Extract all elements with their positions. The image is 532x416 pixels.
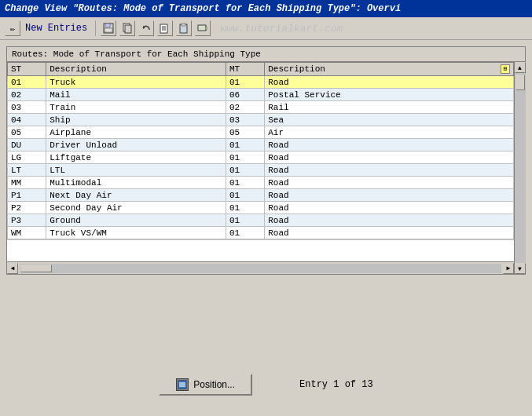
svg-rect-12 [198, 25, 206, 31]
cell-st: DU [8, 139, 46, 151]
save-icon[interactable] [101, 20, 116, 36]
table-row[interactable]: DUDriver Unload01Road [8, 139, 514, 151]
separator-1 [95, 20, 96, 36]
horiz-scroll-thumb[interactable] [20, 265, 52, 272]
svg-marker-13 [206, 26, 207, 31]
position-btn-icon [176, 378, 189, 391]
vertical-scrollbar: ▲ ▼ [514, 62, 525, 274]
entry-count: Entry 1 of 13 [299, 379, 373, 390]
table-row[interactable]: 04Ship03Sea [8, 114, 514, 126]
copy-doc-icon[interactable] [119, 20, 135, 36]
cell-mt: 01 [226, 139, 265, 151]
table-row[interactable]: 05Airplane05Air [8, 126, 514, 139]
desc2-label: Description [268, 64, 325, 74]
cell-mt: 01 [226, 151, 265, 164]
cell-mt: 01 [226, 214, 265, 227]
cell-desc2: Road [265, 177, 514, 189]
cell-st: P1 [8, 189, 46, 202]
scroll-left-btn[interactable]: ◀ [7, 263, 18, 274]
cell-st: 04 [8, 114, 46, 126]
scroll-down-btn[interactable]: ▼ [515, 263, 526, 274]
scroll-track [515, 73, 526, 263]
cell-desc2: Road [265, 164, 514, 177]
transport-icon[interactable] [195, 20, 211, 36]
scroll-thumb[interactable] [515, 75, 525, 90]
cell-desc1: Ship [46, 114, 226, 126]
scroll-up-btn[interactable]: ▲ [515, 62, 526, 73]
col-header-mt: MT [226, 63, 265, 76]
cell-desc1: Liftgate [46, 151, 226, 164]
cell-desc2: Postal Service [265, 89, 514, 101]
cell-st: LG [8, 151, 46, 164]
title-text: Change View "Routes: Mode of Transport f… [5, 3, 401, 14]
table-row[interactable]: MMMultimodal01Road [8, 177, 514, 189]
filter-icon[interactable]: ⊞ [501, 64, 510, 74]
cell-st: 01 [8, 76, 46, 89]
cell-st: P2 [8, 202, 46, 214]
cell-mt: 05 [226, 126, 265, 139]
cell-desc1: Truck [46, 76, 226, 89]
col-header-desc1: Description [46, 63, 226, 76]
empty-rows [7, 239, 514, 261]
main-content: Routes: Mode of Transport for Each Shipp… [0, 40, 532, 281]
svg-rect-1 [105, 24, 110, 27]
cell-desc2: Road [265, 189, 514, 202]
cell-st: P3 [8, 214, 46, 227]
cell-mt: 06 [226, 89, 265, 101]
table-row[interactable]: WMTruck VS/WM01Road [8, 227, 514, 239]
cell-mt: 01 [226, 227, 265, 239]
cell-mt: 02 [226, 101, 265, 114]
cell-desc1: Ground [46, 214, 226, 227]
table-container: Routes: Mode of Transport for Each Shipp… [6, 46, 526, 275]
table-row[interactable]: LTLTL01Road [8, 164, 514, 177]
footer: Position... Entry 1 of 13 [0, 369, 532, 400]
svg-rect-11 [182, 24, 185, 26]
cell-desc2: Road [265, 202, 514, 214]
scroll-right-btn[interactable]: ▶ [503, 263, 514, 274]
cell-desc2: Sea [265, 114, 514, 126]
bottom-scrollbar: ◀ ▶ [7, 261, 514, 274]
cell-desc2: Road [265, 139, 514, 151]
cell-desc2: Road [265, 214, 514, 227]
cell-mt: 01 [226, 76, 265, 89]
cell-st: 05 [8, 126, 46, 139]
cell-mt: 01 [226, 164, 265, 177]
cell-mt: 01 [226, 177, 265, 189]
table-row[interactable]: P3Ground01Road [8, 214, 514, 227]
cell-st: 02 [8, 89, 46, 101]
svg-rect-4 [125, 25, 131, 33]
cell-st: MM [8, 177, 46, 189]
cell-desc1: Mail [46, 89, 226, 101]
horiz-scroll-track [20, 264, 501, 273]
undo-icon[interactable] [138, 20, 154, 36]
data-table: ST Description MT Description ⊞ [7, 62, 514, 239]
cell-st: WM [8, 227, 46, 239]
cell-desc2: Road [265, 151, 514, 164]
table-header-row: ST Description MT Description ⊞ [8, 63, 514, 76]
position-button-label: Position... [193, 379, 235, 390]
cell-desc1: Driver Unload [46, 139, 226, 151]
copy-icon[interactable] [157, 20, 173, 36]
table-row[interactable]: P1Next Day Air01Road [8, 189, 514, 202]
toolbar: ✏️ New Entries [0, 17, 532, 40]
cell-mt: 03 [226, 114, 265, 126]
new-entries-label: New Entries [25, 23, 87, 34]
col-header-desc2: Description ⊞ [265, 63, 514, 76]
table-row[interactable]: 03Train02Rail [8, 101, 514, 114]
position-button[interactable]: Position... [159, 374, 252, 396]
cell-desc1: Airplane [46, 126, 226, 139]
cell-desc1: LTL [46, 164, 226, 177]
new-entries-icon[interactable]: ✏️ [5, 20, 20, 36]
table-row[interactable]: P2Second Day Air01Road [8, 202, 514, 214]
cell-desc2: Rail [265, 101, 514, 114]
table-title: Routes: Mode of Transport for Each Shipp… [7, 47, 525, 62]
table-row[interactable]: 02Mail06Postal Service [8, 89, 514, 101]
paste-icon[interactable] [176, 20, 192, 36]
table-row[interactable]: 01Truck01Road [8, 76, 514, 89]
cell-st: 03 [8, 101, 46, 114]
table-row[interactable]: LGLiftgate01Road [8, 151, 514, 164]
title-bar: Change View "Routes: Mode of Transport f… [0, 0, 532, 17]
cell-desc1: Second Day Air [46, 202, 226, 214]
cell-mt: 01 [226, 202, 265, 214]
table-wrapper: ST Description MT Description ⊞ [7, 62, 525, 274]
